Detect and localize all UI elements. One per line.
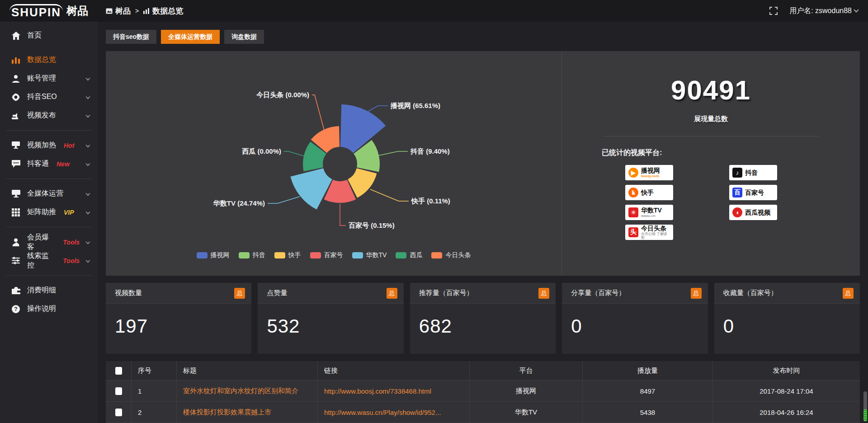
legend-item[interactable]: 今日头条 [431,251,471,259]
stat-card: 收藏量（百家号）总0 [714,283,860,354]
table-cell: 2017-08-24 17:04 [712,381,860,401]
table-header-cell: 标题 [176,361,317,380]
main-content: 抖音seo数据全媒体运营数据询盘数据 播视网 (65.61%)抖音 (9.40%… [98,22,868,423]
chevron-down-icon [86,258,90,263]
table-row: 1室外水纹灯和室内水纹灯的区别和简介http://www.boosj.com/7… [106,381,860,402]
tab-inactive[interactable]: 询盘数据 [224,30,264,44]
user-menu[interactable]: 用户名: zswodun88 [789,6,858,16]
summary-pane: 90491 展现量总数 已统计的视频平台: ▶播视网boosj.com𝖐快手✳华… [561,51,860,276]
pie-label: 抖音 (9.40%) [410,147,450,155]
select-all-checkbox[interactable] [115,367,122,375]
fullscreen-icon[interactable] [769,7,778,15]
抖音-logo-icon: ♪ [732,168,742,178]
platform-badge-播视网: ▶播视网boosj.com [625,165,673,180]
video-url-link[interactable]: http://www.wasu.cn/Play/show/id/952... [317,402,469,423]
sidebar-divider [6,227,91,227]
stat-card-title: 收藏量（百家号） [723,289,778,297]
rose-pie-chart: 播视网 (65.61%)抖音 (9.40%)快手 (0.11%)百家号 (0.1… [106,51,561,259]
table-cell: 播视网 [469,381,582,401]
legend-item[interactable]: 西瓜 [396,251,422,259]
sidebar-item-badge: Tools [63,257,80,264]
sidebar-item-gear[interactable]: 抖音SEO [0,88,98,106]
sidebar-item-user[interactable]: 账号管理 [0,69,98,88]
total-badge[interactable]: 总 [387,288,397,299]
legend-item[interactable]: 播视网 [197,251,230,259]
legend-label: 华数TV [366,251,387,259]
sidebar-item-person[interactable]: 会员爆客Tools [0,233,98,251]
legend-item[interactable]: 快手 [274,251,301,259]
platform-badge-西瓜视频: ◖西瓜视频 [729,205,777,220]
divider [603,136,819,136]
video-title-link[interactable]: 室外水纹灯和室内水纹灯的区别和简介 [176,381,317,401]
platform-badge-sub: wasu.cn [641,214,662,218]
tab-active[interactable]: 全媒体运营数据 [161,30,220,44]
pie-slice-1[interactable] [340,104,386,153]
table-header-cell: 链接 [317,361,469,380]
sidebar-item-chat[interactable]: 抖客通New [0,155,98,173]
sidebar-item-label: 抖音SEO [27,92,57,102]
table-header-cell: 播放量 [582,361,712,380]
sidebar-item-label: 视频发布 [27,111,56,120]
total-badge[interactable]: 总 [234,288,245,299]
username-label: 用户名: zswodun88 [789,6,852,16]
table-header-cell [106,361,131,380]
total-badge[interactable]: 总 [843,288,854,299]
video-url-link[interactable]: http://www.boosj.com/7338468.html [317,381,469,401]
wallet-icon [12,286,20,295]
sidebar-item-publish[interactable]: 视频发布 [0,106,98,125]
table-cell: 8497 [582,381,712,401]
total-badge[interactable]: 总 [691,288,702,299]
legend-item[interactable]: 华数TV [352,251,387,259]
华数TV-logo-icon: ✳ [628,207,638,217]
pie-label: 西瓜 (0.00%) [242,147,281,155]
播视网-logo-icon: ▶ [628,168,638,178]
快手-logo-icon: 𝖐 [628,188,638,197]
pie-label: 华数TV (24.74%) [213,199,265,207]
sidebar-item-help[interactable]: ?操作说明 [0,300,98,318]
pie-slice-5[interactable] [290,168,332,209]
bar-chart-icon [143,8,150,14]
sidebar-item-wallet[interactable]: 消费明细 [0,281,98,300]
legend-swatch [197,252,208,258]
stat-card-value: 0 [714,304,860,337]
sidebar-item-sliders[interactable]: 线索监控Tools [0,251,98,270]
platform-badge-name: 抖音 [745,169,758,176]
legend-item[interactable]: 百家号 [310,251,343,259]
chevron-down-icon [86,113,90,118]
sidebar-item-monitor[interactable]: 全媒体运营 [0,184,98,203]
breadcrumb-item-current[interactable]: 数据总览 [143,6,183,16]
breadcrumb-separator: > [135,7,139,14]
scrollbar[interactable] [863,22,868,423]
legend-item[interactable]: 抖音 [239,251,265,259]
row-checkbox[interactable] [115,387,122,395]
legend-label: 今日头条 [445,251,471,259]
sidebar-item-grid[interactable]: 矩阵助推VIP [0,203,98,221]
breadcrumb-item-home[interactable]: 树品 [106,6,131,16]
chevron-down-icon [86,210,90,215]
video-title-link[interactable]: 楼体投影灯投影效果震撼上市 [176,402,317,423]
sidebar-item-home[interactable]: 首页 [0,26,98,45]
stat-card-header: 点赞量总 [258,283,403,304]
pie-label-line [312,95,324,130]
sidebar-item-label: 会员爆客 [27,233,55,252]
total-badge[interactable]: 总 [538,288,549,299]
total-impressions-label: 展现量总数 [562,115,860,123]
picture-icon [106,8,113,14]
row-checkbox[interactable] [115,409,122,416]
stat-card-value: 0 [562,304,708,337]
stat-card: 点赞量总532 [258,283,403,354]
platform-badge-name: 西瓜视频 [745,209,770,216]
chevron-down-icon [854,7,859,12]
publish-icon [12,111,20,120]
stat-card-title: 点赞量 [267,289,287,297]
sidebar-item-heat[interactable]: 视频加热Hot [0,136,98,155]
pie-label: 播视网 (65.61%) [390,102,440,109]
stat-card-header: 视频数量总 [106,283,251,304]
breadcrumb-label: 树品 [115,6,131,16]
tab-inactive[interactable]: 抖音seo数据 [106,30,156,44]
sidebar-item-badge: Tools [63,239,80,246]
百家号-logo-icon: 百 [732,188,742,197]
chat-icon [12,160,20,168]
sidebar-divider [6,275,91,276]
sidebar-item-chart[interactable]: 数据总览 [0,51,98,69]
